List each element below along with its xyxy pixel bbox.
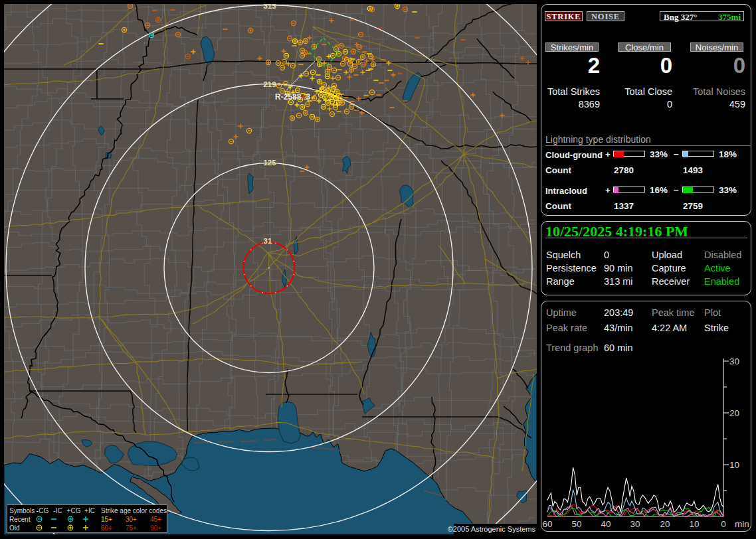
svg-text:50: 50 (571, 519, 581, 529)
svg-text:0: 0 (721, 519, 726, 529)
svg-text:10: 10 (689, 519, 699, 529)
svg-text:10: 10 (729, 460, 739, 470)
svg-text:60: 60 (542, 519, 552, 529)
svg-text:20: 20 (660, 519, 670, 529)
svg-text:min: min (735, 519, 749, 529)
svg-text:30: 30 (729, 356, 739, 366)
svg-text:20: 20 (729, 408, 739, 418)
svg-text:30: 30 (630, 519, 640, 529)
svg-text:40: 40 (601, 519, 611, 529)
